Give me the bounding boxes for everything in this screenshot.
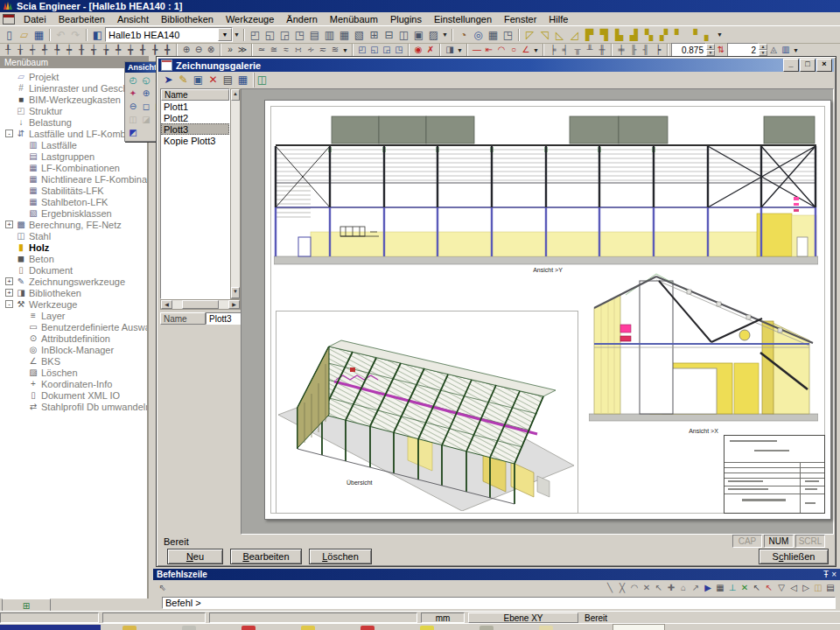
calc-tool-icon[interactable]: ⊗ [205,45,217,56]
tree-item-beton[interactable]: ◼ Beton [0,253,147,264]
tree-item-werkzeuge[interactable]: - ⚒ Werkzeuge [0,298,147,310]
tree-expand-toggle[interactable] [18,198,25,206]
tree-expand-toggle[interactable] [18,357,25,365]
snap-tri-left-icon[interactable]: ◁ [788,582,800,594]
calc-tool-icon[interactable]: ⊖ [192,45,205,56]
dimension-tool-icon[interactable]: ╨ [584,45,596,56]
tree-expand-toggle[interactable]: - [5,130,13,137]
tree-expand-toggle[interactable] [18,209,25,217]
angle-step-icon[interactable]: ◬ [767,45,780,56]
scale-apply-icon[interactable]: ⇅ [715,45,727,56]
tree-expand-toggle[interactable] [18,141,25,149]
tree-item-layer[interactable]: ≡ Layer [0,310,147,321]
dimension-tool-icon[interactable]: ╡ [559,45,571,56]
project-manager-icon[interactable]: ◧ [90,27,105,42]
tree-item-stahl[interactable]: ◫ Stahl [0,230,147,242]
modify-tool-icon[interactable]: ∺ [292,45,304,56]
units-cell[interactable]: mm [421,612,465,623]
menu-bibliotheken[interactable]: Bibliotheken [155,14,220,24]
tree-expand-toggle[interactable] [18,152,25,160]
start-button[interactable] [0,625,101,630]
rotate-x-icon[interactable]: ◴ [127,74,139,87]
combo-dropdown-icon[interactable]: ▼ [218,28,232,41]
tree-item-koordinaten-info[interactable]: + Koordinaten-Info [0,378,147,389]
taskbar-icon[interactable] [360,626,374,630]
pointer-mode-icon[interactable]: ⇖ [157,582,169,594]
taskbar-icon[interactable] [242,626,256,630]
filter-icon[interactable]: ◳ [500,27,515,42]
model-tool-icon[interactable]: ▦ [337,27,352,42]
menu-werkzeuge[interactable]: Werkzeuge [220,14,280,24]
scale-spinner[interactable]: ▲▼ [706,44,715,56]
menu-fenster[interactable]: Fenster [498,14,542,24]
tree-expand-toggle[interactable] [5,255,13,262]
tree-expand-toggle[interactable] [5,232,13,240]
count-input[interactable]: 2 [727,43,759,57]
tree-expand-toggle[interactable]: + [5,277,13,285]
tree-expand-toggle[interactable] [5,84,13,92]
draw-dropdown-icon[interactable]: ▼ [532,47,540,53]
tree-item-loeschen[interactable]: ▨ Löschen [0,367,147,378]
scale-input[interactable]: 0.875 [671,43,706,57]
command-input[interactable]: Befehl > [162,597,836,609]
tree-item-holz[interactable]: ▮ Holz [0,242,147,253]
tree-expand-toggle[interactable] [5,243,13,251]
model-tool-icon[interactable]: ▧ [352,27,367,42]
hide-icon[interactable]: ◉ [412,45,424,56]
menu-aendern[interactable]: Ändern [280,14,323,24]
docview-dropdown-icon[interactable]: ▼ [456,47,464,53]
tree-item-stahlbeton-lfk[interactable]: ▦ Stahlbeton-LFK [0,196,147,207]
tree-item-zeichnungswerkzeuge[interactable]: + ✎ Zeichnungswerkzeuge [0,276,147,287]
zoom-out-icon[interactable]: ⊖ [127,101,139,113]
load-tool-icon[interactable]: ╉ [136,45,149,56]
model-tool-icon[interactable]: ◫ [396,27,411,42]
document-view-icon[interactable]: ◨ [444,45,456,56]
tree-expand-toggle[interactable] [18,334,25,342]
profile-tool-icon[interactable]: ▚ [641,27,656,42]
snap-origin-icon[interactable]: ⌂ [677,582,690,594]
profile-tool-icon[interactable]: ▙ [612,27,626,42]
plot-item-plott2[interactable]: Plott2 [161,112,229,123]
tree-expand-toggle[interactable] [18,346,25,354]
loeschen-button[interactable]: Löschen [309,549,372,564]
load-tool-icon[interactable]: ╈ [124,45,136,56]
menu-plugins[interactable]: Plugins [384,14,428,24]
tree-item-lf-kombinationen[interactable]: ▦ LF-Kombinationen [0,162,147,173]
count-spinner[interactable]: ▲▼ [759,44,767,56]
minimize-button[interactable]: _ [783,59,799,72]
run-tool-icon[interactable]: » [224,45,236,56]
tree-expand-toggle[interactable] [5,73,13,80]
menu-hilfe[interactable]: Hilfe [542,14,574,24]
plane-cell[interactable]: Ebene XY [468,612,578,623]
folder-snap-icon[interactable]: ◫ [812,582,824,594]
dimension-tool-icon[interactable]: ╫ [596,45,608,56]
profile-tool-icon[interactable]: ▘ [671,27,686,42]
tree-item-ergebnisklassen[interactable]: ▧ Ergebnisklassen [0,207,147,219]
load-tool-icon[interactable]: ┿ [63,45,75,56]
draw-arc-icon[interactable]: ◠ [495,45,508,56]
snap-plus-icon[interactable]: ✚ [665,582,677,594]
reference-tool-icon[interactable]: ╪ [615,45,627,56]
snap-arc-icon[interactable]: ◠ [628,582,640,594]
snap-tri-right-icon[interactable]: ▷ [800,582,812,594]
tree-item-inblock-manager[interactable]: ◎ InBlock-Manager [0,344,147,355]
profile-tool-icon[interactable]: ▛ [582,27,597,42]
tree-expand-toggle[interactable] [5,107,13,115]
tree-expand-toggle[interactable] [18,380,25,388]
tree-expand-toggle[interactable] [18,368,25,376]
gallery-titlebar[interactable]: Zeichnungsgalerie _□× [158,59,834,72]
tree-item-benutzerdef-auswahl[interactable]: ▭ Benutzerdefinierte Auswahl [0,321,147,332]
pin-button[interactable]: Ŧ [823,570,829,579]
save-gallery-icon[interactable]: ▦ [235,73,250,88]
tree-item-bibliotheken[interactable]: + ◨ Bibliotheken [0,287,147,298]
zoom-select-icon[interactable]: ◎ [471,27,486,42]
profile-group-dropdown-icon[interactable]: ▼ [716,32,724,38]
modify-tool-icon[interactable]: ≋ [329,45,341,56]
plot-list-hscrollbar[interactable]: ◀▶ [160,299,241,310]
taskbar-icon[interactable] [539,626,553,630]
mdi-child-icon[interactable] [3,14,15,24]
taskbar-icon[interactable] [420,626,434,630]
play-icon[interactable]: ▶ [702,582,714,594]
model-group-dropdown-icon[interactable]: ▼ [441,32,449,38]
axo-view-icon[interactable]: ◩ [127,127,139,139]
